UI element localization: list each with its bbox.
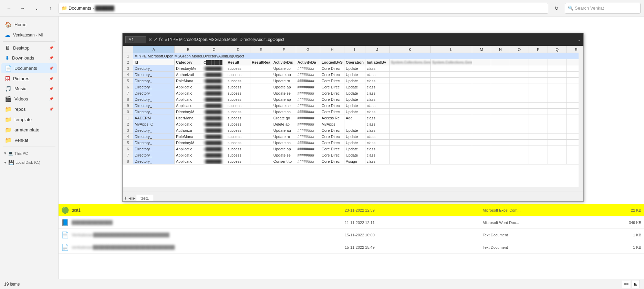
table-cell[interactable] (510, 65, 529, 72)
table-cell[interactable]: class (365, 84, 389, 90)
table-cell[interactable] (389, 96, 430, 103)
table-cell[interactable]: ######## (296, 84, 320, 90)
table-cell[interactable]: ActivityDa (296, 59, 320, 65)
table-cell[interactable] (250, 84, 272, 90)
table-cell[interactable] (529, 90, 548, 96)
table-cell[interactable] (250, 115, 272, 121)
table-cell[interactable]: Applicatio (175, 146, 202, 152)
table-cell[interactable]: Consent to (272, 158, 296, 164)
table-cell[interactable]: class (365, 133, 389, 140)
table-cell[interactable] (510, 103, 529, 109)
formula-x-icon[interactable]: ✕ (148, 37, 152, 42)
sidebar-item-armtemplate[interactable]: 📁 armtemplate (1, 125, 57, 135)
table-cell[interactable] (344, 121, 365, 127)
table-cell[interactable]: class (365, 115, 389, 121)
table-cell[interactable] (430, 146, 472, 152)
table-cell[interactable]: e██████ (202, 146, 226, 152)
table-cell[interactable]: Directory_ (133, 133, 175, 140)
table-cell[interactable] (529, 115, 548, 121)
tab-scroll-left[interactable]: ◀ (128, 196, 131, 201)
table-cell[interactable]: Update (344, 127, 365, 133)
list-item[interactable]: 🟢test123-11-2022 12:59Microsoft Excel Co… (59, 204, 644, 216)
table-cell[interactable] (510, 115, 529, 121)
table-cell[interactable] (491, 84, 510, 90)
sidebar-item-downloads[interactable]: ⬇ Downloads 📌 (1, 53, 57, 63)
sidebar-item-music[interactable]: 🎵 Music 📌 (1, 84, 57, 94)
table-cell[interactable] (529, 84, 548, 90)
table-cell[interactable] (510, 121, 529, 127)
table-cell[interactable] (491, 103, 510, 109)
table-cell[interactable]: Update ro (272, 78, 296, 84)
table-cell[interactable] (491, 133, 510, 140)
table-cell[interactable]: Update (344, 140, 365, 146)
table-cell[interactable]: Core Direc (320, 152, 344, 158)
table-cell[interactable] (430, 65, 472, 72)
table-cell[interactable]: InitiatedBy (365, 59, 389, 65)
sidebar-section-localdisk[interactable]: ▼ 💾 Local Disk (C:) (0, 157, 58, 167)
table-cell[interactable] (430, 158, 472, 164)
table-cell[interactable]: d██████ (202, 96, 226, 103)
table-cell[interactable] (548, 72, 567, 78)
excel-tab-test1[interactable]: test1 (136, 195, 153, 201)
table-cell[interactable]: System.Collections.Generic.List... (430, 59, 472, 65)
table-cell[interactable]: Core Direc (320, 103, 344, 109)
table-cell[interactable]: LoggedByS (320, 59, 344, 65)
table-cell[interactable] (250, 72, 272, 78)
table-cell[interactable] (510, 140, 529, 146)
table-cell[interactable] (529, 103, 548, 109)
table-cell[interactable]: Update (344, 146, 365, 152)
table-cell[interactable] (529, 152, 548, 158)
table-cell[interactable]: Add (344, 115, 365, 121)
table-cell[interactable] (389, 133, 430, 140)
table-cell[interactable] (548, 158, 567, 164)
tab-scroll-right[interactable]: ▶ (133, 196, 135, 201)
table-cell[interactable]: 8██████ (202, 65, 226, 72)
table-cell[interactable]: AADERM_ (133, 115, 175, 121)
table-cell[interactable] (472, 72, 491, 78)
table-cell[interactable] (430, 152, 472, 158)
table-cell[interactable] (529, 146, 548, 152)
table-row[interactable]: 6Directory_Applicatioe██████successUpdat… (123, 146, 584, 152)
table-cell[interactable] (472, 65, 491, 72)
table-cell[interactable]: Update se (272, 103, 296, 109)
table-cell[interactable]: Directory_ (133, 65, 175, 72)
table-cell[interactable]: success (226, 90, 250, 96)
table-cell[interactable] (510, 146, 529, 152)
table-cell[interactable]: ######## (296, 90, 320, 96)
table-cell[interactable]: ######## (296, 158, 320, 164)
table-cell[interactable]: ######## (296, 72, 320, 78)
table-cell[interactable]: #TYPE Microsoft.Open.MSGraph.Model.Direc… (133, 53, 584, 59)
table-cell[interactable] (472, 59, 491, 65)
table-row[interactable]: 3Directory_Authoriza7██████successUpdate… (123, 127, 584, 133)
excel-scrollbar-bottom[interactable] (123, 187, 579, 192)
table-cell[interactable] (472, 96, 491, 103)
table-cell[interactable] (491, 121, 510, 127)
table-cell[interactable]: ######## (296, 127, 320, 133)
table-cell[interactable] (510, 158, 529, 164)
table-cell[interactable]: 4██████ (202, 109, 226, 115)
table-cell[interactable] (389, 146, 430, 152)
table-cell[interactable]: Core Direc (320, 84, 344, 90)
table-cell[interactable]: success (226, 146, 250, 152)
table-row[interactable]: 2IdCategoryC██████ResultResultReaActivit… (123, 59, 584, 65)
table-cell[interactable]: Directory_ (133, 96, 175, 103)
table-row[interactable]: 7Directory_Applicatioa██████successUpdat… (123, 90, 584, 96)
table-cell[interactable]: e██████ (202, 152, 226, 158)
table-cell[interactable] (250, 146, 272, 152)
table-cell[interactable] (250, 158, 272, 164)
table-cell[interactable]: RoleMana (175, 78, 202, 84)
table-cell[interactable] (529, 127, 548, 133)
formula-fx-icon[interactable]: fx (159, 37, 163, 42)
table-cell[interactable]: Applicatio (175, 90, 202, 96)
table-cell[interactable] (548, 84, 567, 90)
table-cell[interactable] (389, 121, 430, 127)
excel-cell-ref[interactable]: A1 (125, 36, 146, 43)
sidebar-item-cloud[interactable]: ☁ Venkatesan - Mi (1, 30, 57, 40)
table-cell[interactable] (472, 127, 491, 133)
address-bar[interactable]: 📁 Documents › ██████ (59, 3, 548, 14)
table-cell[interactable] (491, 59, 510, 65)
sidebar-item-venkat[interactable]: 📁 Venkat (1, 135, 57, 145)
table-cell[interactable] (529, 78, 548, 84)
table-cell[interactable] (472, 90, 491, 96)
table-cell[interactable]: ######## (296, 109, 320, 115)
